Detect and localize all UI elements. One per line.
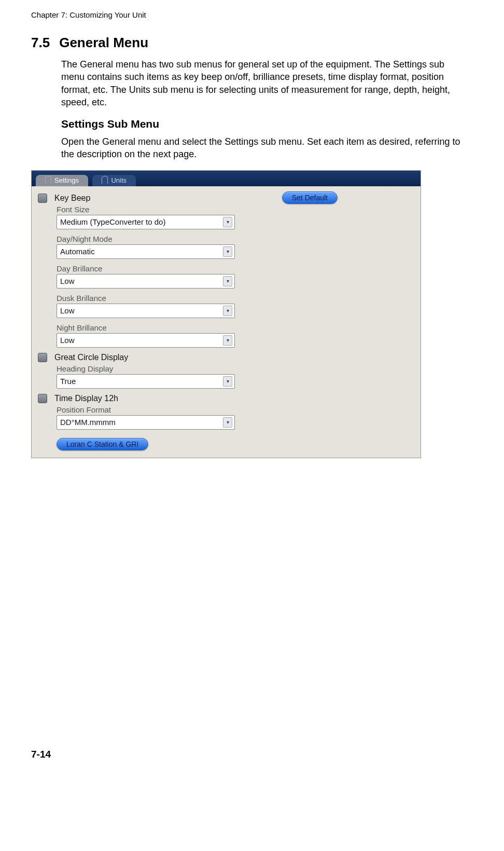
section-title: General Menu — [59, 35, 148, 50]
position-format-select[interactable]: DD°MM.mmmm ▾ — [57, 415, 235, 430]
position-format-value: DD°MM.mmmm — [60, 418, 116, 427]
page-number: 7-14 — [31, 749, 473, 760]
time-12h-checkbox[interactable] — [38, 394, 47, 403]
font-size-label: Font Size — [57, 205, 235, 214]
day-night-select[interactable]: Automatic ▾ — [57, 244, 235, 259]
night-brillance-select[interactable]: Low ▾ — [57, 333, 235, 348]
section-heading: 7.5General Menu — [31, 35, 473, 51]
tab-units[interactable]: Units — [92, 175, 136, 186]
dusk-brillance-select[interactable]: Low ▾ — [57, 304, 235, 318]
subsection-heading: Settings Sub Menu — [61, 118, 473, 130]
section-number: 7.5 — [31, 35, 50, 51]
intro-paragraph: The General menu has two sub menus for g… — [61, 58, 466, 108]
chevron-down-icon: ▾ — [223, 306, 232, 316]
great-circle-checkbox[interactable] — [38, 353, 47, 362]
key-beep-label: Key Beep — [54, 194, 90, 203]
great-circle-label: Great Circle Display — [54, 353, 128, 362]
font-size-select[interactable]: Medium (TypeConverter to do) ▾ — [57, 215, 235, 229]
day-night-label: Day/Night Mode — [57, 235, 235, 243]
day-brillance-value: Low — [60, 277, 75, 285]
time-12h-label: Time Display 12h — [54, 394, 118, 403]
day-brillance-label: Day Brillance — [57, 264, 235, 273]
font-size-value: Medium (TypeConverter to do) — [60, 217, 165, 226]
chapter-header: Chapter 7: Customizing Your Unit — [31, 10, 473, 19]
chevron-down-icon: ▾ — [223, 276, 232, 286]
night-brillance-value: Low — [60, 336, 75, 345]
set-default-button[interactable]: Set Default — [282, 191, 338, 204]
chevron-down-icon: ▾ — [223, 335, 232, 346]
chevron-down-icon: ▾ — [223, 217, 232, 227]
chevron-down-icon: ▾ — [223, 376, 232, 387]
day-brillance-select[interactable]: Low ▾ — [57, 274, 235, 289]
position-format-label: Position Format — [57, 405, 235, 414]
night-brillance-label: Night Brillance — [57, 323, 235, 332]
heading-display-label: Heading Display — [57, 364, 235, 373]
subsection-paragraph: Open the General menu and select the Set… — [61, 135, 466, 161]
tab-bar: Settings Units — [32, 171, 421, 186]
key-beep-checkbox[interactable] — [38, 194, 47, 203]
dusk-brillance-value: Low — [60, 306, 75, 315]
loran-button[interactable]: Loran C Station & GRI — [57, 438, 148, 450]
heading-display-select[interactable]: True ▾ — [57, 374, 235, 389]
chevron-down-icon: ▾ — [223, 246, 232, 257]
settings-screenshot: Settings Units Set Default Key Beep Font… — [31, 170, 421, 458]
chevron-down-icon: ▾ — [223, 417, 232, 428]
dusk-brillance-label: Dusk Brillance — [57, 294, 235, 303]
day-night-value: Automatic — [60, 247, 95, 256]
heading-display-value: True — [60, 377, 76, 386]
tab-settings[interactable]: Settings — [36, 175, 88, 186]
